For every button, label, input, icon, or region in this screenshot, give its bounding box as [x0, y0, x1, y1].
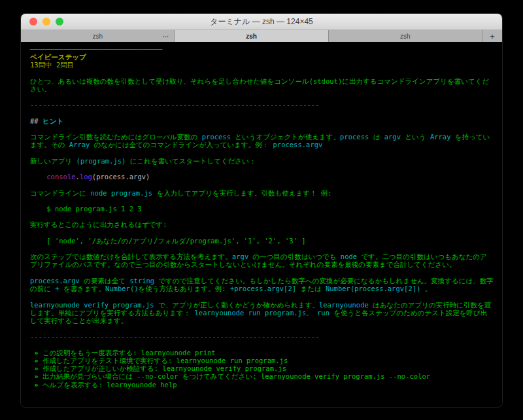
text-segment: 作成したアプリが正しいか検証する: learnyounode verify pr…	[42, 364, 286, 372]
text-segment: log	[80, 173, 92, 181]
terminal-line	[30, 93, 494, 101]
text-segment	[30, 173, 46, 181]
text-segment: 13問中 2問目	[30, 61, 74, 69]
text-segment: ヒント	[42, 117, 63, 125]
terminal-line: ----------------------------------------…	[30, 332, 494, 340]
terminal-line: ----------------------------------------…	[30, 101, 494, 109]
terminal-line: process.argv の要素は全て string ですので注意してください。…	[30, 277, 494, 292]
text-segment: というオブジェクトが使えます。	[231, 133, 340, 141]
text-segment: ##	[30, 117, 42, 125]
text-segment: »	[30, 364, 42, 372]
text-segment: 次のステップでは数値だけを合計して表示する方法を考えます。	[30, 253, 232, 260]
text-segment: »	[30, 372, 42, 380]
new-tab-button[interactable]: +	[482, 30, 502, 42]
text-segment: process.argv	[30, 277, 80, 285]
text-segment: ヘルプを表示する: learnyounode help	[42, 381, 177, 389]
text-segment: argv	[384, 133, 401, 141]
tab-label: zsh	[246, 33, 257, 40]
text-segment: で、アプリが正しく動くかどうか確かめられます。	[154, 301, 319, 309]
text-segment: argv	[232, 253, 248, 260]
terminal-line: » 出力結果が見づらい場合には --no-color をつけてみてください: l…	[30, 372, 494, 380]
terminal-line: $ node program.js 1 2 3	[30, 205, 494, 213]
text-segment: 作成したアプリをテスト環境で実行する: learnyounode run pro…	[42, 357, 288, 364]
terminal-line: 新しいアプリ (program.js) にこれを書いてスタートしてください：	[30, 157, 494, 165]
text-segment: process	[340, 133, 369, 141]
text-segment: run	[317, 309, 329, 317]
text-segment: »	[30, 381, 42, 389]
text-segment: (process.argv)	[92, 173, 150, 181]
text-segment: (program.js)	[76, 157, 126, 165]
terminal-line: 次のステップでは数値だけを合計して表示する方法を考えます。argv の一つ目の引…	[30, 253, 494, 268]
tab-zsh-1[interactable]: zsh …	[21, 30, 175, 42]
text-segment: +process.argv[2]	[230, 285, 296, 292]
terminal-line: [ 'node', '/あなた/の/アプリ/フォルダ/program.js', …	[30, 237, 494, 245]
terminal-line: 実行するとこのように出力されるはずです:	[30, 220, 494, 228]
terminal-line: コマンドラインに node program.js を入力してアプリを実行します。…	[30, 189, 494, 197]
terminal-line	[30, 149, 494, 157]
text-segment: は	[369, 133, 384, 141]
text-segment: 実行するとこのように出力されるはずです:	[30, 220, 167, 228]
terminal-line: ────────────────────────────────	[30, 45, 494, 53]
text-segment: learnyounode verify program.js	[30, 301, 154, 309]
text-segment: を使う方法もあります。例:	[139, 285, 230, 292]
terminal-line: console.log(process.argv)	[30, 173, 494, 181]
text-segment: process	[202, 133, 231, 141]
terminal-line	[30, 213, 494, 220]
terminal-line	[30, 165, 494, 173]
text-segment: console	[46, 173, 75, 181]
window-title: ターミナル — zsh — 124×45	[21, 14, 502, 29]
text-segment: ----------------------------------------…	[30, 332, 320, 340]
text-segment: Number(process.argv[2])	[326, 285, 420, 292]
tab-overflow-indicator[interactable]: …	[162, 30, 169, 42]
terminal-line: ## ヒント	[30, 117, 494, 125]
terminal-line	[30, 229, 494, 237]
text-segment: 。	[420, 285, 431, 292]
text-segment: node	[341, 253, 357, 260]
text-segment: または	[296, 285, 326, 292]
terminal-line: » この説明をもう一度表示する: learnyounode print	[30, 349, 494, 357]
terminal-line: 13問中 2問目	[30, 61, 494, 69]
text-segment: ベイビーステップ	[30, 53, 86, 61]
text-segment: ────────────────────────────────	[30, 45, 162, 53]
terminal-line: » 作成したアプリが正しいか検証する: learnyounode verify …	[30, 364, 494, 372]
text-segment: Number()	[105, 285, 139, 292]
text-segment: にこれを書いてスタートしてください：	[126, 157, 256, 165]
tab-zsh-2-active[interactable]: zsh	[175, 30, 328, 42]
text-segment: のなかには全てのコマンドラインが入っています。例：	[90, 141, 273, 149]
text-segment: コマンドラインに	[30, 189, 90, 197]
tab-bar: zsh … zsh zsh +	[21, 30, 502, 42]
text-segment: ----------------------------------------…	[30, 101, 320, 109]
terminal-content[interactable]: ────────────────────────────────ベイビーステップ…	[21, 42, 502, 407]
text-segment: をつけてみてください: learnyounode verify program.…	[178, 372, 431, 380]
terminal-line	[30, 245, 494, 253]
terminal-line	[30, 341, 494, 349]
text-segment: この説明をもう一度表示する: learnyounode print	[42, 349, 216, 357]
terminal-line: learnyounode verify program.js で、アプリが正しく…	[30, 301, 494, 325]
text-segment: ひとつ、あるいは複数の数を引数として受け取り、それらを足し合わせた値をコンソール…	[30, 77, 489, 93]
text-segment: »	[30, 357, 42, 364]
text-segment: --no-color	[137, 372, 178, 380]
text-segment: の一つ目の引数はいつでも	[248, 253, 341, 260]
terminal-line	[30, 69, 494, 77]
tab-zsh-3[interactable]: zsh	[329, 30, 482, 42]
text-segment: learnyounode	[319, 301, 369, 309]
terminal-line	[30, 197, 494, 205]
terminal-line	[30, 125, 494, 133]
text-segment: $ node program.js 1 2 3	[30, 205, 142, 213]
text-segment: Array	[69, 141, 90, 149]
terminal-line	[30, 109, 494, 117]
terminal-window: ターミナル — zsh — 124×45 zsh … zsh zsh + ───…	[21, 14, 502, 407]
text-segment: string	[129, 277, 154, 285]
terminal-line: コマンドライン引数を読むためにはグローバル変数の process というオブジェ…	[30, 133, 494, 149]
title-bar[interactable]: ターミナル — zsh — 124×45	[21, 14, 502, 30]
text-segment: を書きます。	[59, 285, 105, 292]
tab-label: zsh	[400, 33, 411, 40]
text-segment: 新しいアプリ	[30, 157, 76, 165]
terminal-line	[30, 324, 494, 332]
text-segment: 出力結果が見づらい場合には	[42, 372, 137, 380]
terminal-line	[30, 292, 494, 300]
text-segment: 。	[306, 309, 317, 317]
terminal-line: » 作成したアプリをテスト環境で実行する: learnyounode run p…	[30, 357, 494, 364]
text-segment: コマンドライン引数を読むためにはグローバル変数の	[30, 133, 202, 141]
terminal-line: » ヘルプを表示する: learnyounode help	[30, 381, 494, 389]
